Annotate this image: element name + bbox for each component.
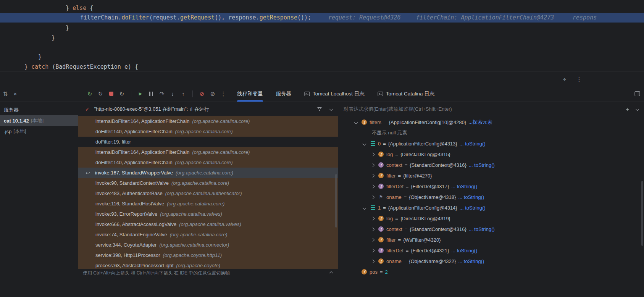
- equals-sign: =: [405, 226, 408, 232]
- variable-row-oname[interactable]: f oname={ObjectName@4322} ... toString(): [338, 256, 644, 266]
- stack-frame[interactable]: invoke:483, AuthenticatorBase(org.apache…: [78, 188, 338, 199]
- tab-tomcat-localhost-log[interactable]: Tomcat Localhost 日志: [304, 86, 365, 102]
- view-breakpoints-button[interactable]: ⊘: [208, 89, 217, 98]
- chevron-expanded-icon[interactable]: [362, 206, 366, 210]
- stack-frame[interactable]: invoke:666, AbstractAccessLogValve(org.a…: [78, 219, 338, 229]
- chevron-collapsed-icon[interactable]: [371, 163, 374, 167]
- step-over-button[interactable]: ↷: [157, 89, 166, 98]
- execution-line-highlight[interactable]: filterChain.doFilter(request.getRequest(…: [0, 13, 644, 23]
- stack-frame[interactable]: doFilter:140, ApplicationFilterChain(org…: [78, 126, 338, 137]
- rerun-button[interactable]: ↻: [85, 89, 94, 98]
- variable-row-element-0[interactable]: 0={ApplicationFilterConfig@4313} ... toS…: [338, 138, 644, 149]
- variable-row-element-1[interactable]: 1={ApplicationFilterConfig@4314} ... toS…: [338, 202, 644, 213]
- code-editor[interactable]: } else { filterChain.doFilter(request.ge…: [0, 0, 644, 71]
- frames-scrollbar[interactable]: [335, 174, 337, 228]
- stack-frame[interactable]: doFilter:140, ApplicationFilterChain(org…: [78, 157, 338, 168]
- code-text: }: [38, 53, 42, 60]
- variable-name: 1: [378, 205, 381, 211]
- frame-package: (org.apache.coyote.http11): [163, 252, 222, 258]
- minimize-button[interactable]: —: [589, 74, 598, 84]
- stack-frame[interactable]: invoke:93, ErrorReportValve(org.apache.c…: [78, 209, 338, 219]
- stack-frame[interactable]: invoke:90, StandardContextValve(org.apac…: [78, 178, 338, 188]
- more-actions-button[interactable]: ⋮: [219, 89, 228, 98]
- stack-frame[interactable]: invoke:74, StandardEngineValve(org.apach…: [78, 229, 338, 240]
- frame-package: (org.apache.coyote): [176, 263, 221, 268]
- chevron-collapsed-icon[interactable]: [371, 184, 374, 188]
- tostring-link[interactable]: ... toString(): [469, 226, 495, 232]
- variable-row-filterdef[interactable]: f filterDef={FilterDef@4321} ... toStrin…: [338, 245, 644, 256]
- variables-scrollbar[interactable]: [641, 181, 643, 246]
- pause-button[interactable]: [147, 89, 156, 98]
- tostring-link[interactable]: ... toString(): [469, 162, 495, 168]
- chevron-collapsed-icon[interactable]: [371, 238, 374, 242]
- resume-button[interactable]: ▶: [136, 89, 145, 98]
- chevron-collapsed-icon[interactable]: [371, 259, 374, 263]
- evaluate-expression-input[interactable]: 对表达式求值(Enter)或添加监视(Ctrl+Shift+Enter) +: [338, 102, 644, 116]
- chevron-expanded-icon[interactable]: [362, 142, 366, 145]
- chevron-expanded-icon[interactable]: [354, 120, 358, 124]
- chevron-collapsed-icon[interactable]: [371, 227, 374, 231]
- server-item-jsp[interactable]: .jsp [本地]: [0, 126, 78, 137]
- layout-settings-button[interactable]: [633, 89, 642, 98]
- filter-frames-icon[interactable]: [317, 107, 322, 112]
- stack-frame-selected[interactable]: ↩invoke:167, StandardWrapperValve(org.ap…: [78, 168, 338, 178]
- variable-row-filters[interactable]: f filters={ApplicationFilterConfig[10]@4…: [338, 117, 644, 128]
- code-line-catch: } catch (BadRequestException e) {: [24, 62, 138, 71]
- tostring-link[interactable]: ... toString(): [451, 184, 477, 189]
- tab-server[interactable]: 服务器: [276, 86, 292, 102]
- chevron-collapsed-icon[interactable]: [371, 216, 374, 220]
- variable-row-context[interactable]: f context={StandardContext@4316} ... toS…: [338, 160, 644, 170]
- chevron-up-icon[interactable]: [329, 271, 333, 275]
- field-icon: f: [378, 216, 384, 221]
- step-out-button[interactable]: ↑: [179, 89, 188, 98]
- tostring-link[interactable]: ... toString(): [458, 194, 484, 200]
- stack-frames-list: internalDoFilter:164, ApplicationFilterC…: [78, 116, 338, 269]
- refresh-button[interactable]: ↻: [117, 89, 126, 98]
- collapse-all-button[interactable]: ⇅: [1, 89, 10, 98]
- tab-threads-variables[interactable]: 线程和变量: [237, 86, 263, 102]
- explore-elements-link[interactable]: ...探索元素: [468, 119, 492, 126]
- chevron-collapsed-icon[interactable]: [371, 152, 374, 156]
- stack-frame[interactable]: internalDoFilter:164, ApplicationFilterC…: [78, 116, 338, 126]
- tostring-link[interactable]: ... toString(): [451, 248, 477, 253]
- mute-breakpoints-button[interactable]: ⊘: [197, 89, 207, 98]
- tostring-link[interactable]: ... toString(): [458, 258, 484, 264]
- chevron-down-icon[interactable]: [329, 107, 333, 111]
- thread-selector[interactable]: ✓ "http-nio-8080-exec-5"@3,051 在组"main":…: [78, 102, 338, 116]
- frame-location: internalDoFilter:164, ApplicationFilterC…: [95, 149, 189, 155]
- restart-button[interactable]: ↻: [96, 89, 105, 98]
- stack-frame[interactable]: invoke:116, StandardHostValve(org.apache…: [78, 199, 338, 209]
- chevron-down-icon[interactable]: [636, 107, 639, 111]
- variable-row-filter[interactable]: f filter={WsFilter@4320}: [338, 234, 644, 245]
- stack-frame[interactable]: internalDoFilter:164, ApplicationFilterC…: [78, 147, 338, 157]
- equals-sign: =: [395, 216, 398, 221]
- tostring-link[interactable]: ... toString(): [460, 205, 486, 211]
- header-more-button[interactable]: ⋮: [575, 74, 584, 84]
- stack-frame-user[interactable]: doFilter:19, filter: [78, 137, 338, 147]
- variable-row-filterdef[interactable]: f filterDef={FilterDef@4317} ... toStrin…: [338, 181, 644, 192]
- variable-row-context[interactable]: f context={StandardContext@4316} ... toS…: [338, 224, 644, 234]
- variable-row-oname[interactable]: ⚑ oname={ObjectName@4318} ... toString(): [338, 192, 644, 202]
- chevron-collapsed-icon[interactable]: [371, 195, 374, 199]
- tostring-link[interactable]: ... toString(): [460, 141, 486, 147]
- variable-row-log[interactable]: f log={DirectJDKLog@4315}: [338, 149, 644, 160]
- editor-margin-guide: [420, 0, 420, 71]
- tab-tomcat-catalina-log[interactable]: Tomcat Catalina 日志: [378, 86, 435, 102]
- variable-row-filter[interactable]: f filter={filter@4270}: [338, 170, 644, 181]
- hide-panel-button[interactable]: ×: [11, 89, 20, 98]
- target-button[interactable]: ⌖: [560, 74, 569, 84]
- stack-frame[interactable]: process:63, AbstractProcessorLight(org.a…: [78, 260, 338, 269]
- variable-row-pos[interactable]: f pos=2: [338, 266, 644, 277]
- stop-button[interactable]: [107, 89, 116, 98]
- chevron-collapsed-icon[interactable]: [371, 174, 374, 178]
- add-watch-icon[interactable]: +: [626, 106, 629, 112]
- toolbar-separator: [192, 90, 193, 97]
- stack-frame[interactable]: service:398, Http11Processor(org.apache.…: [78, 250, 338, 260]
- chevron-collapsed-icon[interactable]: [371, 249, 374, 252]
- null-filter-note[interactable]: 不显示 null 元素: [338, 128, 644, 138]
- server-item-tomcat[interactable]: cat 10.1.42 [本地]: [0, 115, 78, 126]
- stack-frame[interactable]: service:344, CoyoteAdapter(org.apache.ca…: [78, 240, 338, 250]
- step-into-button[interactable]: ↓: [168, 89, 177, 98]
- variable-row-log[interactable]: f log={DirectJDKLog@4319}: [338, 213, 644, 224]
- code-text: (), response.: [215, 14, 259, 21]
